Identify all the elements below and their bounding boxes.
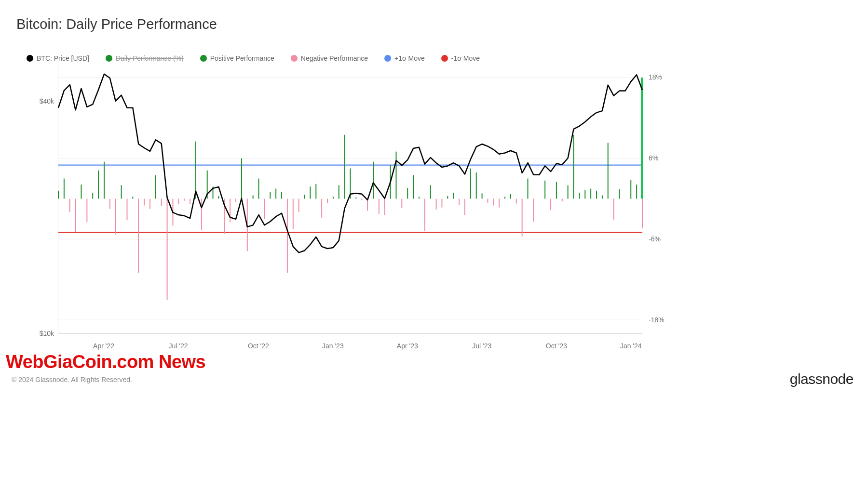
x-tick-label: Oct '22: [248, 342, 269, 350]
y2-tick-label: 6%: [649, 154, 658, 162]
brand-logo: glassnode: [790, 371, 854, 387]
legend-label: +1σ Move: [394, 54, 425, 62]
legend-swatch: [291, 55, 298, 62]
legend-item-neg_perf[interactable]: Negative Performance: [291, 54, 368, 62]
x-tick-label: Jul '23: [472, 342, 491, 350]
y2-tick-label: -6%: [649, 235, 661, 243]
copyright-text: © 2024 Glassnode. All Rights Reserved.: [12, 376, 132, 383]
legend-label: Daily Performance (%): [116, 54, 184, 62]
y1-tick-label: $10k: [25, 330, 54, 337]
y2-tick-label: 18%: [649, 73, 662, 81]
plot-area: [58, 64, 642, 334]
x-tick-label: Oct '23: [546, 342, 567, 350]
x-tick-label: Apr '22: [93, 342, 114, 350]
legend-label: Negative Performance: [301, 54, 368, 62]
y1-tick-label: $40k: [25, 97, 54, 105]
legend-item-pos_perf[interactable]: Positive Performance: [200, 54, 274, 62]
legend: BTC: Price [USD]Daily Performance (%)Pos…: [27, 54, 480, 62]
legend-swatch: [441, 55, 448, 62]
legend-label: BTC: Price [USD]: [37, 54, 89, 62]
chart-svg: [58, 64, 642, 333]
x-tick-label: Apr '23: [397, 342, 418, 350]
x-tick-label: Jan '24: [620, 342, 642, 350]
x-tick-label: Jan '23: [322, 342, 344, 350]
legend-swatch: [27, 55, 33, 62]
watermark-overlay: WebGiaCoin.com News: [6, 352, 205, 372]
x-tick-label: Jul '22: [169, 342, 188, 350]
legend-item-plus1s[interactable]: +1σ Move: [384, 54, 425, 62]
legend-item-minus1s[interactable]: -1σ Move: [441, 54, 480, 62]
legend-label: -1σ Move: [451, 54, 480, 62]
legend-swatch: [384, 55, 391, 62]
legend-item-price[interactable]: BTC: Price [USD]: [27, 54, 89, 62]
y2-tick-label: -18%: [649, 316, 665, 324]
legend-swatch: [106, 55, 112, 62]
chart-title: Bitcoin: Daily Price Performance: [16, 16, 217, 32]
legend-item-daily_pct[interactable]: Daily Performance (%): [106, 54, 184, 62]
legend-label: Positive Performance: [210, 54, 274, 62]
legend-swatch: [200, 55, 207, 62]
